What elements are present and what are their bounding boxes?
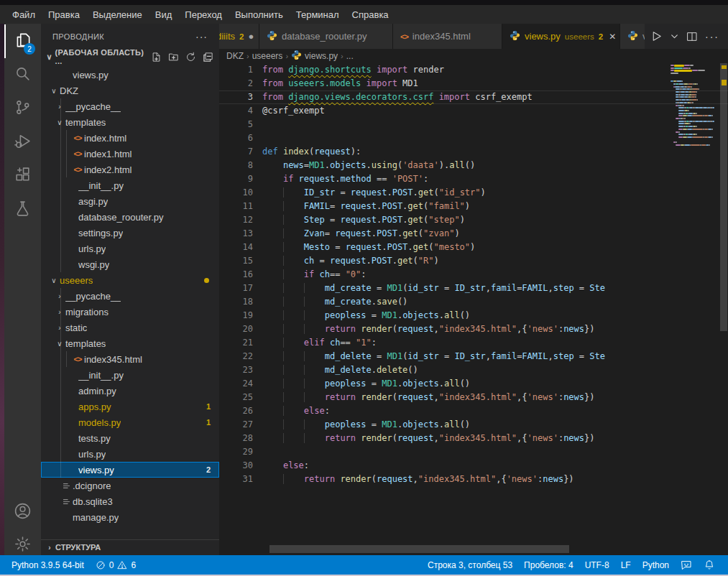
tree-file-apps-py[interactable]: apps.py1 [41, 399, 219, 414]
activitybar-accounts[interactable] [4, 496, 41, 529]
vertical-scrollbar-thumb[interactable] [720, 63, 727, 331]
horizontal-scrollbar-thumb[interactable] [269, 545, 569, 553]
tree-file--init-py[interactable]: __init__.py [41, 367, 219, 383]
menu-item[interactable]: Вид [149, 9, 179, 20]
breadcrumb-item[interactable]: DKZ [226, 51, 244, 61]
tree-file-asgi-py[interactable]: asgi.py [41, 193, 219, 209]
menu-item[interactable]: Терминал [290, 9, 346, 20]
tree-file-urls-py[interactable]: urls.py [41, 241, 219, 256]
tab-database-roouter-py[interactable]: database_roouter.py [259, 24, 393, 49]
indent [262, 160, 283, 170]
tree-file-urls-py[interactable]: urls.py [41, 446, 219, 462]
statusbar-eol[interactable]: LF [615, 555, 637, 575]
statusbar-feedback[interactable] [675, 555, 698, 575]
menu-item[interactable]: Выделение [86, 9, 149, 20]
problems-indicator[interactable]: 0 6 [90, 555, 142, 575]
new-folder-icon[interactable] [168, 52, 179, 62]
split-editor-icon[interactable] [686, 31, 698, 42]
problem-badge: 2 [206, 465, 211, 474]
breadcrumb-item[interactable]: ... [346, 51, 354, 61]
indent [304, 392, 325, 402]
tree-folder-migrations[interactable]: ›migrations [41, 304, 219, 320]
ellipsis-icon[interactable]: ··· [705, 31, 719, 42]
tree-file--dcignore[interactable]: .dcignore [41, 478, 219, 493]
tree-file-views-py[interactable]: views.py2 [41, 462, 219, 478]
tree-file-tests-py[interactable]: tests.py [41, 430, 219, 446]
tree-folder-useeers[interactable]: ∨useeers [41, 272, 219, 288]
minimap-line [675, 86, 679, 88]
tree-file--init-py[interactable]: __init__.py [41, 177, 219, 193]
run-dropdown-icon[interactable] [670, 32, 679, 41]
menu-item[interactable]: Переход [178, 9, 229, 20]
tab-index345-html[interactable]: <>index345.html [393, 24, 502, 49]
menu-item[interactable]: Выполнить [229, 9, 290, 20]
tab-diiits[interactable]: diiits2● [219, 24, 259, 49]
activitybar-run-and-debug[interactable] [4, 126, 41, 159]
tree-folder--pycache-[interactable]: ›__pycache__ [41, 288, 219, 304]
run-icon[interactable] [650, 30, 663, 42]
activitybar-extensions[interactable] [4, 159, 41, 193]
tree-file-wsgi-py[interactable]: wsgi.py [41, 256, 219, 272]
tree-file-models-py[interactable]: models.py1 [41, 414, 219, 430]
tree-file-index345-html[interactable]: <>index345.html [41, 351, 219, 367]
close-icon[interactable]: ✕ [609, 32, 616, 42]
tree-folder-templates[interactable]: ∨templates [41, 335, 219, 351]
indent [262, 228, 283, 238]
tree-folder-static[interactable]: ›static [41, 320, 219, 335]
workspace-section-header[interactable]: ∨ (РАБОЧАЯ ОБЛАСТЬ) ... [41, 49, 219, 65]
vertical-scrollbar[interactable] [719, 63, 728, 555]
indent [283, 310, 304, 320]
statusbar-cursor-position[interactable]: Строка 3, столбец 53 [422, 555, 518, 575]
menu-item[interactable]: Файл [6, 9, 42, 20]
menu-item[interactable]: Справка [346, 9, 395, 20]
indent [304, 310, 325, 320]
tab-views-py[interactable]: views.pyuseeers2✕ [502, 24, 620, 49]
tree-file-index-html[interactable]: <>index.html [41, 130, 219, 146]
tree-file-settings-py[interactable]: settings.py [41, 225, 219, 241]
statusbar-encoding[interactable]: UTF-8 [579, 555, 615, 575]
tree-folder-templates[interactable]: ∨templates [41, 114, 219, 130]
tree-folder--pycache-[interactable]: ›__pycache__ [41, 98, 219, 114]
minimap-line [677, 80, 681, 82]
indent [262, 392, 283, 402]
collapse-all-icon[interactable] [203, 52, 213, 62]
code-line: 5 [219, 118, 728, 131]
tree-file-admin-py[interactable]: admin.py [41, 383, 219, 399]
activitybar-search[interactable] [4, 58, 41, 92]
explorer-title: ПРОВОДНИК [52, 32, 104, 41]
indent [262, 324, 283, 334]
tree-file-manage-py[interactable]: manage.py [41, 509, 219, 525]
code-line: 4@csrf_exempt [219, 104, 728, 118]
statusbar-indentation[interactable]: Пробелов: 4 [518, 555, 579, 575]
statusbar-notifications[interactable] [698, 555, 721, 575]
minimap-line [683, 105, 684, 106]
line-number: 7 [219, 145, 262, 159]
python-interpreter[interactable]: Python 3.9.5 64-bit [6, 555, 90, 575]
activitybar-testing[interactable] [4, 193, 41, 227]
line-number: 29 [219, 445, 262, 459]
code-line: 29 [219, 445, 728, 459]
minimap-line [678, 113, 683, 114]
workspace-title: (РАБОЧАЯ ОБЛАСТЬ) ... [55, 48, 151, 65]
minimap[interactable] [671, 65, 719, 158]
tree-file-database-roouter-py[interactable]: database_roouter.py [41, 209, 219, 225]
breadcrumb-item[interactable]: views.py [291, 50, 338, 62]
explorer-more-actions-icon[interactable]: ··· [195, 31, 208, 42]
tree-file-db-sqlite3[interactable]: db.sqlite3 [41, 493, 219, 509]
menu-item[interactable]: Правка [42, 9, 86, 20]
outline-section-header[interactable]: › СТРУКТУРА [41, 539, 219, 554]
activitybar-explorer[interactable]: 2 [4, 24, 41, 58]
tree-folder-dkz[interactable]: ∨DKZ [41, 83, 219, 98]
tree-file-index1-html[interactable]: <>index1.html [41, 146, 219, 162]
code-editor[interactable]: 1from django.shortcuts import render2fro… [219, 63, 728, 555]
new-file-icon[interactable] [151, 52, 162, 62]
minimap-line [696, 126, 697, 127]
indent [283, 256, 304, 266]
tree-file-index2-html[interactable]: <>index2.html [41, 162, 219, 177]
statusbar-language-mode[interactable]: Python [637, 555, 675, 575]
breadcrumb-item[interactable]: useeers [252, 51, 283, 61]
tree-file-views-py[interactable]: views.py [41, 67, 219, 83]
activitybar-source-control[interactable] [4, 92, 41, 126]
refresh-icon[interactable] [185, 52, 196, 62]
indent [304, 351, 325, 361]
